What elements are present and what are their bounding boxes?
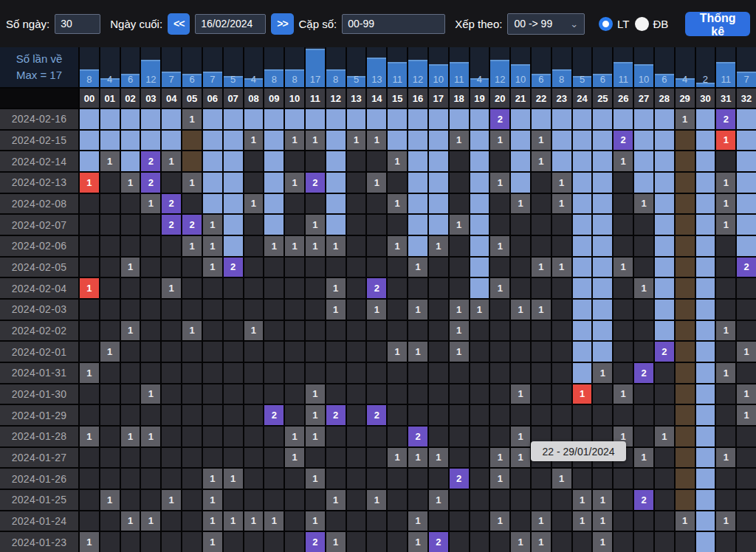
sort-order-select[interactable]: 00 -> 99 ⌄ (507, 13, 585, 35)
grid-cell (306, 342, 325, 362)
grid-cell (224, 300, 243, 320)
grid-cell: 1 (676, 511, 695, 531)
grid-cell (511, 258, 530, 277)
grid-cell: 1 (511, 384, 530, 404)
radio-group-lt[interactable]: LT (599, 17, 629, 31)
count-value: 7 (737, 74, 756, 85)
grid-cell: 2 (655, 342, 674, 362)
grid-cell (429, 194, 448, 214)
grid-cell (490, 427, 509, 446)
grid-cell: 1 (573, 384, 592, 404)
grid-cell (634, 384, 653, 404)
column-header: 22 (532, 89, 551, 108)
chart-title: Số lần về (16, 51, 63, 68)
grid-cell (203, 109, 222, 129)
grid-cell (80, 469, 99, 489)
grid-cell (737, 511, 756, 531)
grid-cell (450, 532, 469, 552)
count-value: 10 (634, 74, 653, 85)
lottery-stats-app: Số ngày: Ngày cuối: << >> Cặp số: Xếp th… (0, 0, 756, 552)
pair-range-input[interactable] (342, 14, 445, 34)
radio-db-icon[interactable] (635, 17, 649, 31)
grid-cell: 1 (634, 194, 653, 214)
count-value: 13 (367, 74, 386, 85)
grid-cell: 1 (306, 236, 325, 256)
grid-cell (408, 131, 427, 151)
grid-cell: 1 (614, 151, 633, 171)
column-header: 12 (326, 89, 346, 108)
radio-lt-icon[interactable] (599, 17, 613, 31)
grid-cell (244, 258, 264, 277)
thong-ke-button[interactable]: Thống kê (685, 12, 750, 36)
date-label: 2024-01-24 (0, 511, 78, 531)
grid-cell (100, 405, 120, 425)
grid-cell (655, 532, 674, 552)
grid-cell (737, 448, 756, 468)
grid-cell: 1 (224, 469, 243, 489)
grid-cell: 1 (182, 109, 202, 129)
grid-cell (388, 405, 407, 425)
grid-cell: 1 (716, 194, 735, 214)
grid-cell (552, 490, 571, 510)
grid-cell (80, 321, 99, 341)
grid-cell: 1 (388, 342, 407, 362)
grid-cell (162, 321, 181, 341)
column-header: 17 (429, 89, 448, 108)
column-header: 13 (347, 89, 366, 108)
grid-cell (244, 236, 264, 256)
grid-cell (532, 490, 551, 510)
count-value: 11 (450, 74, 469, 85)
grid-cell (162, 384, 181, 404)
grid-cell (326, 384, 346, 404)
grid-cell: 2 (367, 405, 386, 425)
grid-cell (244, 532, 264, 552)
grid-cell: 1 (470, 300, 489, 320)
grid-cell (532, 405, 551, 425)
grid-cell (182, 384, 202, 404)
grid-cell: 1 (306, 215, 325, 235)
grid-cell (511, 236, 530, 256)
grid-cell (450, 194, 469, 214)
grid-cell (552, 131, 571, 151)
prev-date-button[interactable]: << (168, 13, 190, 35)
grid-cell (367, 151, 386, 171)
grid-cell (80, 131, 99, 151)
next-date-button[interactable]: >> (271, 13, 293, 35)
grid-cell (264, 131, 284, 151)
grid-cell: 2 (737, 258, 756, 277)
grid-cell: 1 (285, 131, 304, 151)
grid-cell (182, 469, 202, 489)
grid-cell (593, 321, 612, 341)
grid-cell (450, 405, 469, 425)
grid-cell: 1 (450, 342, 469, 362)
grid-cell (737, 427, 756, 446)
grid-cell (593, 342, 612, 362)
grid-cell (552, 278, 571, 298)
count-bar-cell: 7 (203, 47, 222, 87)
grid-cell (470, 342, 489, 362)
radio-group-db[interactable]: ĐB (635, 17, 669, 31)
grid-cell: 1 (552, 194, 571, 214)
grid-cell (264, 151, 284, 171)
grid-cell: 1 (203, 258, 222, 277)
grid-cell: 1 (162, 151, 181, 171)
grid-cell (429, 258, 448, 277)
end-date-input[interactable] (195, 14, 266, 34)
count-value: 6 (532, 74, 551, 85)
date-label: 2024-02-14 (0, 151, 78, 171)
grid-cell (737, 215, 756, 235)
grid-cell (100, 173, 120, 193)
column-header: 19 (470, 89, 489, 108)
grid-cell (450, 490, 469, 510)
grid-cell (676, 384, 695, 404)
grid-cell (80, 511, 99, 531)
grid-cell: 1 (532, 300, 551, 320)
grid-cell (224, 215, 243, 235)
date-label: 2024-02-15 (0, 131, 78, 151)
grid-cell (121, 215, 140, 235)
grid-cell (182, 532, 202, 552)
grid-cell (264, 448, 284, 468)
grid-cell: 1 (532, 532, 551, 552)
so-ngay-input[interactable] (55, 14, 100, 34)
count-value: 5 (224, 74, 243, 85)
